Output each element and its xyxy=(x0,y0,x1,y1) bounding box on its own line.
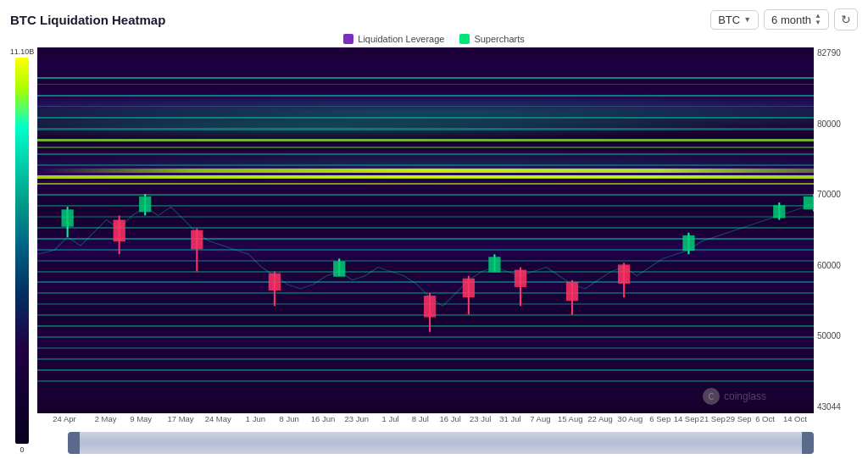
heatmap-line xyxy=(37,292,814,294)
legend-label-liquidation: Liquidation Leverage xyxy=(358,34,444,44)
xaxis-label: 29 Sep xyxy=(726,414,752,423)
xaxis-label: 21 Sep xyxy=(700,414,726,423)
legend: Liquidation Leverage Supercharts xyxy=(10,34,858,44)
heatmap-canvas[interactable]: C coinglass xyxy=(37,47,814,413)
legend-color-supercharts xyxy=(459,34,470,44)
page-title: BTC Liquidation Heatmap xyxy=(10,13,165,27)
heatmap-line xyxy=(37,347,814,349)
heatmap-line xyxy=(37,164,814,166)
scrollbar-yaxis-gap xyxy=(814,432,858,454)
heatmap-line xyxy=(37,205,814,207)
yaxis-label-1: 80000 xyxy=(817,120,858,129)
heatmap-line xyxy=(37,153,814,155)
heatmap-line xyxy=(37,139,814,141)
heatmap-line xyxy=(37,238,814,240)
heatmap-line xyxy=(37,117,814,119)
xaxis-label: 1 Jul xyxy=(381,414,398,423)
xaxis-label: 7 Aug xyxy=(530,414,550,423)
scrollbar-handle-right[interactable] xyxy=(802,432,814,454)
xaxis-label: 8 Jun xyxy=(280,414,299,423)
heatmap-line xyxy=(37,249,814,251)
heatmap-line xyxy=(37,380,814,382)
yaxis: 82790 80000 70000 60000 50000 43044 xyxy=(814,47,858,413)
scrollbar-container[interactable] xyxy=(68,432,814,454)
yaxis-label-3: 60000 xyxy=(817,262,858,270)
xaxis-label: 24 Apr xyxy=(53,414,75,423)
heatmap-line xyxy=(37,84,814,85)
heatmap-wrapper: C coinglass 82790 80000 70000 60000 5000… xyxy=(37,47,858,454)
scrollbar-mini-chart xyxy=(68,432,814,454)
xaxis-label: 16 Jul xyxy=(440,414,461,423)
heatmap-line xyxy=(37,128,814,130)
xaxis-label: 23 Jun xyxy=(344,414,369,423)
xaxis-label: 24 May xyxy=(205,414,231,423)
xaxis-label: 8 Jul xyxy=(412,414,429,423)
chart-area: 11.10B 0 xyxy=(10,47,858,454)
xaxis-label: 22 Aug xyxy=(587,414,613,423)
period-selector[interactable]: 6 month ▲ ▼ xyxy=(764,9,829,30)
header: BTC Liquidation Heatmap BTC ▼ 6 month ▲ … xyxy=(10,8,858,30)
scrollbar-spacer xyxy=(37,432,64,454)
asset-label: BTC xyxy=(718,14,740,26)
heatmap-line xyxy=(37,369,814,371)
xaxis-label: 17 May xyxy=(167,414,193,423)
xaxis-label: 6 Sep xyxy=(649,414,670,423)
heatmap-line xyxy=(37,183,814,185)
heatmap-lines xyxy=(37,47,814,413)
period-label: 6 month xyxy=(771,14,811,26)
heatmap-line xyxy=(37,303,814,305)
xaxis-label: 14 Sep xyxy=(674,414,699,423)
heatmap-line xyxy=(37,194,814,196)
heatmap-line xyxy=(37,227,814,229)
heatmap-line xyxy=(37,325,814,327)
scrollbar-handle-left[interactable] xyxy=(68,432,80,454)
colorscale-top-label: 11.10B xyxy=(10,47,35,56)
header-controls: BTC ▼ 6 month ▲ ▼ ↻ xyxy=(710,8,858,30)
heatmap-line xyxy=(37,77,814,79)
xaxis-label: 9 May xyxy=(130,414,152,423)
xaxis-label: 30 Aug xyxy=(618,414,643,423)
legend-label-supercharts: Supercharts xyxy=(474,34,524,44)
colorscale-bottom-label: 0 xyxy=(19,445,24,454)
heatmap-line xyxy=(37,95,814,97)
asset-dropdown[interactable]: BTC ▼ xyxy=(710,10,759,30)
heatmap-line xyxy=(37,314,814,316)
colorscale: 11.10B 0 xyxy=(10,47,34,454)
xaxis-label: 6 Oct xyxy=(755,414,775,423)
xaxis-label: 23 Jul xyxy=(470,414,491,423)
xaxis-label: 2 May xyxy=(95,414,117,423)
heatmap-line xyxy=(37,281,814,283)
heatmap-line xyxy=(37,106,814,107)
xaxis-label: 31 Jul xyxy=(499,414,520,423)
scrollbar-row xyxy=(37,432,858,454)
yaxis-label-0: 82790 xyxy=(817,49,858,58)
asset-arrow-icon: ▼ xyxy=(743,15,751,24)
refresh-button[interactable]: ↻ xyxy=(834,8,858,30)
bright-band-70k xyxy=(37,169,814,173)
heatmap-line xyxy=(37,260,814,262)
yaxis-label-4: 50000 xyxy=(817,332,858,340)
heatmap-line xyxy=(37,216,814,218)
xaxis-label: 14 Oct xyxy=(783,414,807,423)
heatmap-and-yaxis: C coinglass 82790 80000 70000 60000 5000… xyxy=(37,47,858,413)
heatmap-line xyxy=(37,358,814,360)
heatmap-line xyxy=(37,336,814,338)
xaxis: 24 Apr2 May9 May17 May24 May1 Jun8 Jun16… xyxy=(64,414,814,429)
bright-band-70k-2 xyxy=(37,175,814,178)
xaxis-yaxis-gap xyxy=(814,414,858,429)
heatmap-line xyxy=(37,147,814,148)
legend-item-supercharts: Supercharts xyxy=(459,34,524,44)
xaxis-label: 1 Jun xyxy=(246,414,265,423)
heatmap-line xyxy=(37,271,814,273)
xaxis-row: 24 Apr2 May9 May17 May24 May1 Jun8 Jun16… xyxy=(37,414,858,429)
legend-item-liquidation: Liquidation Leverage xyxy=(343,34,444,44)
legend-color-liquidation xyxy=(343,34,353,44)
xaxis-label: 15 Aug xyxy=(558,414,583,423)
xaxis-label: 16 Jun xyxy=(311,414,336,423)
yaxis-label-5: 43044 xyxy=(817,403,858,412)
refresh-icon: ↻ xyxy=(841,13,851,26)
main-container: BTC Liquidation Heatmap BTC ▼ 6 month ▲ … xyxy=(0,0,868,459)
period-arrows-icon: ▲ ▼ xyxy=(815,13,821,26)
colorscale-bar xyxy=(15,58,29,444)
yaxis-label-2: 70000 xyxy=(817,191,858,199)
